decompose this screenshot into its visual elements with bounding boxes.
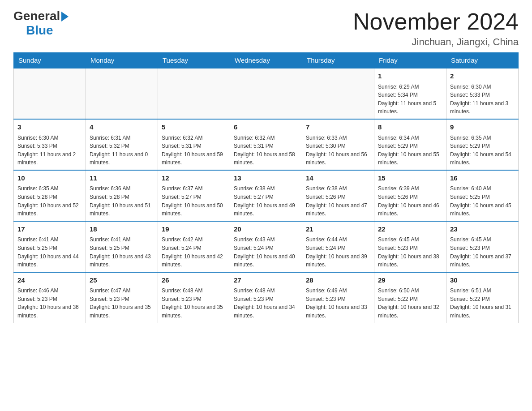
day-number: 2 <box>450 71 515 81</box>
weekday-header-friday: Friday <box>374 53 446 68</box>
calendar-cell: 2Sunrise: 6:30 AMSunset: 5:33 PMDaylight… <box>446 68 519 119</box>
calendar-cell: 14Sunrise: 6:38 AMSunset: 5:26 PMDayligh… <box>302 170 374 221</box>
calendar-cell: 10Sunrise: 6:35 AMSunset: 5:28 PMDayligh… <box>14 170 86 221</box>
day-number: 3 <box>17 122 82 133</box>
calendar-table: SundayMondayTuesdayWednesdayThursdayFrid… <box>13 52 519 323</box>
day-number: 22 <box>378 224 442 235</box>
day-number: 7 <box>306 122 370 133</box>
calendar-cell: 5Sunrise: 6:32 AMSunset: 5:31 PMDaylight… <box>158 119 230 170</box>
logo-blue-text: Blue <box>13 23 69 38</box>
calendar-cell <box>86 68 158 119</box>
day-number: 5 <box>162 122 226 133</box>
calendar-cell: 4Sunrise: 6:31 AMSunset: 5:32 PMDaylight… <box>86 119 158 170</box>
day-number: 4 <box>90 122 154 133</box>
day-info: Sunrise: 6:44 AMSunset: 5:24 PMDaylight:… <box>306 235 370 269</box>
day-number: 10 <box>17 173 82 184</box>
day-number: 27 <box>234 275 298 286</box>
day-info: Sunrise: 6:41 AMSunset: 5:25 PMDaylight:… <box>90 235 154 269</box>
day-info: Sunrise: 6:40 AMSunset: 5:25 PMDaylight:… <box>450 184 515 218</box>
day-info: Sunrise: 6:37 AMSunset: 5:27 PMDaylight:… <box>162 184 226 218</box>
day-info: Sunrise: 6:45 AMSunset: 5:23 PMDaylight:… <box>450 235 515 269</box>
day-info: Sunrise: 6:48 AMSunset: 5:23 PMDaylight:… <box>234 287 298 320</box>
week-row-0: 1Sunrise: 6:29 AMSunset: 5:34 PMDaylight… <box>14 68 519 119</box>
calendar-cell: 22Sunrise: 6:45 AMSunset: 5:23 PMDayligh… <box>374 221 446 272</box>
day-info: Sunrise: 6:34 AMSunset: 5:29 PMDaylight:… <box>378 134 442 167</box>
day-info: Sunrise: 6:47 AMSunset: 5:23 PMDaylight:… <box>90 287 154 320</box>
weekday-header-thursday: Thursday <box>302 53 374 68</box>
day-number: 17 <box>17 224 82 235</box>
day-info: Sunrise: 6:30 AMSunset: 5:33 PMDaylight:… <box>450 83 515 116</box>
calendar-cell: 15Sunrise: 6:39 AMSunset: 5:26 PMDayligh… <box>374 170 446 221</box>
day-info: Sunrise: 6:35 AMSunset: 5:28 PMDaylight:… <box>17 184 82 218</box>
calendar-cell: 3Sunrise: 6:30 AMSunset: 5:33 PMDaylight… <box>14 119 86 170</box>
day-info: Sunrise: 6:50 AMSunset: 5:22 PMDaylight:… <box>378 287 442 320</box>
calendar-cell: 23Sunrise: 6:45 AMSunset: 5:23 PMDayligh… <box>446 221 519 272</box>
calendar-cell: 16Sunrise: 6:40 AMSunset: 5:25 PMDayligh… <box>446 170 519 221</box>
calendar-cell: 29Sunrise: 6:50 AMSunset: 5:22 PMDayligh… <box>374 272 446 323</box>
weekday-header-tuesday: Tuesday <box>158 53 230 68</box>
day-number: 20 <box>234 224 298 235</box>
calendar-cell <box>14 68 86 119</box>
day-info: Sunrise: 6:36 AMSunset: 5:28 PMDaylight:… <box>90 184 154 218</box>
calendar-cell: 18Sunrise: 6:41 AMSunset: 5:25 PMDayligh… <box>86 221 158 272</box>
day-info: Sunrise: 6:33 AMSunset: 5:30 PMDaylight:… <box>306 134 370 167</box>
day-info: Sunrise: 6:49 AMSunset: 5:23 PMDaylight:… <box>306 287 370 320</box>
logo-blue-label: Blue <box>26 23 53 37</box>
day-info: Sunrise: 6:32 AMSunset: 5:31 PMDaylight:… <box>162 134 226 167</box>
day-number: 24 <box>17 275 82 286</box>
month-title: November 2024 <box>353 9 519 34</box>
day-number: 14 <box>306 173 370 184</box>
day-number: 9 <box>450 122 515 133</box>
week-row-3: 17Sunrise: 6:41 AMSunset: 5:25 PMDayligh… <box>14 221 519 272</box>
day-number: 29 <box>378 275 442 286</box>
calendar-cell: 17Sunrise: 6:41 AMSunset: 5:25 PMDayligh… <box>14 221 86 272</box>
weekday-header-sunday: Sunday <box>14 53 86 68</box>
day-info: Sunrise: 6:48 AMSunset: 5:23 PMDaylight:… <box>162 287 226 320</box>
calendar-cell: 11Sunrise: 6:36 AMSunset: 5:28 PMDayligh… <box>86 170 158 221</box>
calendar-cell: 8Sunrise: 6:34 AMSunset: 5:29 PMDaylight… <box>374 119 446 170</box>
calendar-cell: 26Sunrise: 6:48 AMSunset: 5:23 PMDayligh… <box>158 272 230 323</box>
calendar-cell: 13Sunrise: 6:38 AMSunset: 5:27 PMDayligh… <box>230 170 302 221</box>
calendar-cell <box>158 68 230 119</box>
calendar-cell: 12Sunrise: 6:37 AMSunset: 5:27 PMDayligh… <box>158 170 230 221</box>
day-number: 16 <box>450 173 515 184</box>
day-info: Sunrise: 6:43 AMSunset: 5:24 PMDaylight:… <box>234 235 298 269</box>
day-info: Sunrise: 6:45 AMSunset: 5:23 PMDaylight:… <box>378 235 442 269</box>
logo: General Blue <box>13 9 69 38</box>
location-label: Jinchuan, Jiangxi, China <box>353 36 519 48</box>
day-number: 11 <box>90 173 154 184</box>
week-row-1: 3Sunrise: 6:30 AMSunset: 5:33 PMDaylight… <box>14 119 519 170</box>
day-number: 23 <box>450 224 515 235</box>
day-number: 13 <box>234 173 298 184</box>
calendar-cell: 6Sunrise: 6:32 AMSunset: 5:31 PMDaylight… <box>230 119 302 170</box>
day-number: 18 <box>90 224 154 235</box>
calendar-cell: 28Sunrise: 6:49 AMSunset: 5:23 PMDayligh… <box>302 272 374 323</box>
day-info: Sunrise: 6:38 AMSunset: 5:26 PMDaylight:… <box>306 184 370 218</box>
weekday-header-saturday: Saturday <box>446 53 519 68</box>
day-number: 1 <box>378 71 442 81</box>
day-info: Sunrise: 6:35 AMSunset: 5:29 PMDaylight:… <box>450 134 515 167</box>
day-info: Sunrise: 6:39 AMSunset: 5:26 PMDaylight:… <box>378 184 442 218</box>
weekday-header-wednesday: Wednesday <box>230 53 302 68</box>
day-number: 26 <box>162 275 226 286</box>
calendar-cell: 24Sunrise: 6:46 AMSunset: 5:23 PMDayligh… <box>14 272 86 323</box>
day-info: Sunrise: 6:38 AMSunset: 5:27 PMDaylight:… <box>234 184 298 218</box>
day-info: Sunrise: 6:29 AMSunset: 5:34 PMDaylight:… <box>378 83 442 116</box>
week-row-4: 24Sunrise: 6:46 AMSunset: 5:23 PMDayligh… <box>14 272 519 323</box>
day-number: 6 <box>234 122 298 133</box>
day-number: 19 <box>162 224 226 235</box>
day-info: Sunrise: 6:51 AMSunset: 5:22 PMDaylight:… <box>450 287 515 320</box>
logo-chevron-icon <box>61 12 69 21</box>
calendar-cell: 27Sunrise: 6:48 AMSunset: 5:23 PMDayligh… <box>230 272 302 323</box>
day-info: Sunrise: 6:30 AMSunset: 5:33 PMDaylight:… <box>17 134 82 167</box>
day-info: Sunrise: 6:41 AMSunset: 5:25 PMDaylight:… <box>17 235 82 269</box>
day-number: 12 <box>162 173 226 184</box>
calendar-cell <box>302 68 374 119</box>
calendar-cell: 21Sunrise: 6:44 AMSunset: 5:24 PMDayligh… <box>302 221 374 272</box>
calendar-cell: 19Sunrise: 6:42 AMSunset: 5:24 PMDayligh… <box>158 221 230 272</box>
title-section: November 2024 Jinchuan, Jiangxi, China <box>353 9 519 48</box>
week-row-2: 10Sunrise: 6:35 AMSunset: 5:28 PMDayligh… <box>14 170 519 221</box>
day-info: Sunrise: 6:42 AMSunset: 5:24 PMDaylight:… <box>162 235 226 269</box>
day-info: Sunrise: 6:31 AMSunset: 5:32 PMDaylight:… <box>90 134 154 167</box>
calendar-cell: 30Sunrise: 6:51 AMSunset: 5:22 PMDayligh… <box>446 272 519 323</box>
